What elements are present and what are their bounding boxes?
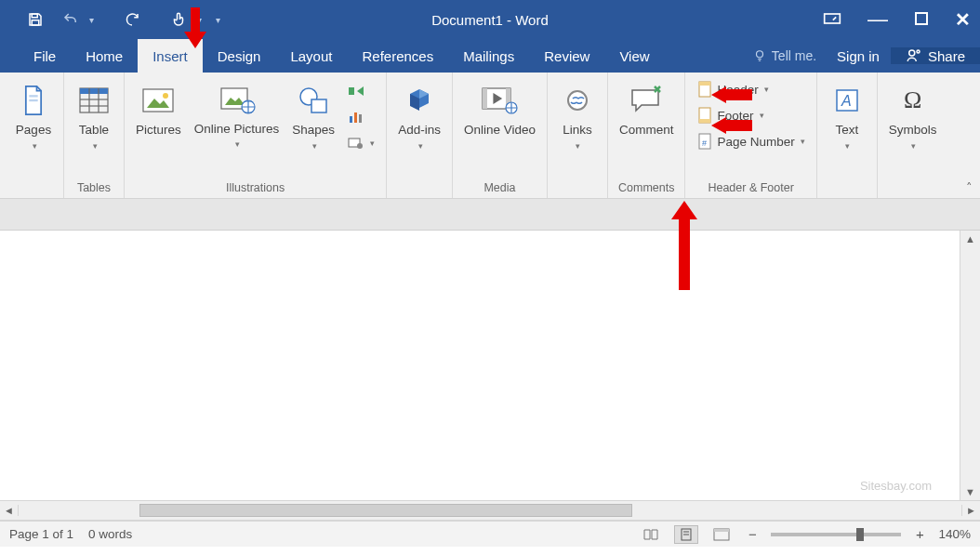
page-number-button[interactable]: # Page Number▾ (693, 130, 808, 152)
tab-home[interactable]: Home (71, 39, 138, 73)
online-video-button[interactable]: Online Video (460, 76, 539, 141)
print-layout-button[interactable] (674, 525, 698, 544)
print-layout-icon (679, 528, 694, 541)
qat-customize-caret[interactable]: ▾ (216, 15, 229, 25)
scroll-down-arrow[interactable]: ▼ (965, 483, 975, 500)
tab-view[interactable]: View (604, 39, 664, 73)
table-button[interactable]: Table▾ (72, 76, 116, 155)
word-count[interactable]: 0 words (88, 527, 132, 541)
undo-caret[interactable]: ▾ (89, 15, 102, 25)
share-button[interactable]: Share (891, 47, 980, 64)
addins-icon (405, 86, 433, 114)
ribbon-display-button[interactable] (823, 12, 841, 28)
tab-insert[interactable]: Insert (138, 39, 203, 73)
svg-point-4 (756, 51, 762, 58)
svg-point-35 (568, 91, 587, 110)
quick-access-toolbar: ▾ ▾ ▾ (0, 6, 229, 33)
document-title: Document1 - Word (431, 12, 549, 28)
comments-group-label: Comments (618, 179, 674, 196)
page-canvas[interactable]: Sitesbay.com (0, 231, 960, 500)
horizontal-scrollbar[interactable]: ◄ ► (0, 500, 980, 521)
minimize-button[interactable]: — (867, 7, 888, 32)
symbols-button[interactable]: Ω Symbols▾ (885, 76, 941, 155)
text-button[interactable]: A Text▾ (825, 76, 869, 155)
zoom-in-button[interactable]: + (912, 526, 927, 542)
zoom-out-button[interactable]: − (745, 526, 760, 542)
redo-button[interactable] (115, 6, 149, 33)
illustrations-group-label: Illustrations (226, 179, 285, 196)
symbols-label: Symbols (889, 123, 937, 137)
online-pictures-button[interactable]: Online Pictures▾ (191, 76, 284, 154)
page-indicator[interactable]: Page 1 of 1 (9, 527, 73, 541)
header-button[interactable]: Header▾ (693, 78, 808, 100)
screenshot-icon (348, 137, 364, 150)
ribbon-tabs: File Home Insert Design Layout Reference… (0, 39, 980, 73)
comment-button[interactable]: Comment (616, 76, 678, 141)
svg-rect-39 (699, 119, 710, 123)
svg-rect-48 (714, 529, 729, 532)
tell-me-box[interactable]: Tell me. (744, 48, 826, 63)
footer-button[interactable]: Footer▾ (693, 104, 808, 126)
page-gutter (0, 199, 980, 231)
chart-icon (349, 111, 364, 124)
tab-design[interactable]: Design (203, 39, 276, 73)
screenshot-button[interactable]: ▾ (344, 132, 378, 154)
read-mode-button[interactable] (639, 525, 663, 544)
media-group-label: Media (483, 179, 515, 196)
close-button[interactable]: ✕ (955, 8, 971, 31)
title-bar: ▾ ▾ ▾ Document1 - Word — ✕ (0, 0, 980, 39)
collapse-ribbon-button[interactable]: ˄ (966, 180, 973, 194)
svg-text:A: A (841, 93, 852, 109)
page-icon (20, 84, 46, 117)
pages-button[interactable]: Pages▾ (11, 76, 56, 155)
group-addins: Add-ins▾ x (387, 73, 453, 198)
footer-label: Footer (717, 109, 753, 123)
svg-rect-0 (32, 14, 37, 18)
group-text: A Text▾ x (817, 73, 878, 198)
addins-button[interactable]: Add-ins▾ (394, 76, 444, 155)
scroll-up-arrow[interactable]: ▲ (965, 231, 975, 247)
illustrations-small-stack: ▾ (344, 76, 378, 154)
svg-point-5 (909, 50, 915, 56)
hscroll-track[interactable] (19, 501, 961, 520)
vertical-scrollbar[interactable]: ▲ ▼ (960, 231, 980, 500)
ribbon-display-icon (823, 12, 841, 25)
links-button[interactable]: Links▾ (555, 76, 600, 155)
smartart-icon (348, 85, 364, 98)
group-tables: Table▾ Tables (64, 73, 125, 198)
zoom-percent[interactable]: 140% (938, 527, 971, 541)
touch-caret[interactable]: ▾ (197, 15, 210, 25)
tab-review[interactable]: Review (529, 39, 604, 73)
tab-file[interactable]: File (19, 39, 71, 73)
text-label: Text (835, 123, 858, 137)
signin-button[interactable]: Sign in (826, 48, 891, 64)
pictures-button[interactable]: Pictures (132, 76, 185, 141)
scroll-right-arrow[interactable]: ► (961, 505, 980, 516)
svg-marker-24 (357, 86, 364, 96)
tab-layout[interactable]: Layout (275, 39, 347, 73)
pictures-icon (140, 86, 176, 115)
maximize-button[interactable] (914, 11, 929, 29)
web-layout-button[interactable] (709, 525, 734, 544)
save-button[interactable] (19, 6, 52, 33)
group-header-footer: Header▾ Footer▾ # Page Number▾ Header & … (685, 73, 816, 198)
tab-references[interactable]: References (347, 39, 448, 73)
zoom-slider[interactable] (771, 533, 901, 536)
undo-button[interactable] (54, 6, 87, 33)
document-area: Sitesbay.com ▲ ▼ (0, 231, 980, 500)
scroll-left-arrow[interactable]: ◄ (0, 505, 19, 516)
group-illustrations: Pictures Online Pictures▾ Shapes▾ ▾ Illu… (125, 73, 387, 198)
chart-button[interactable] (344, 106, 378, 128)
pictures-label: Pictures (136, 123, 181, 138)
header-icon (697, 81, 712, 98)
hscroll-thumb[interactable] (139, 504, 632, 517)
shapes-icon (297, 85, 330, 116)
shapes-button[interactable]: Shapes▾ (288, 76, 338, 155)
tab-mailings[interactable]: Mailings (448, 39, 529, 73)
group-pages: Pages▾ x (0, 73, 64, 198)
group-comments: Comment Comments (608, 73, 686, 198)
touch-mode-button[interactable] (162, 6, 195, 33)
zoom-knob[interactable] (856, 528, 864, 541)
touch-icon (170, 10, 187, 29)
smartart-button[interactable] (344, 80, 378, 102)
